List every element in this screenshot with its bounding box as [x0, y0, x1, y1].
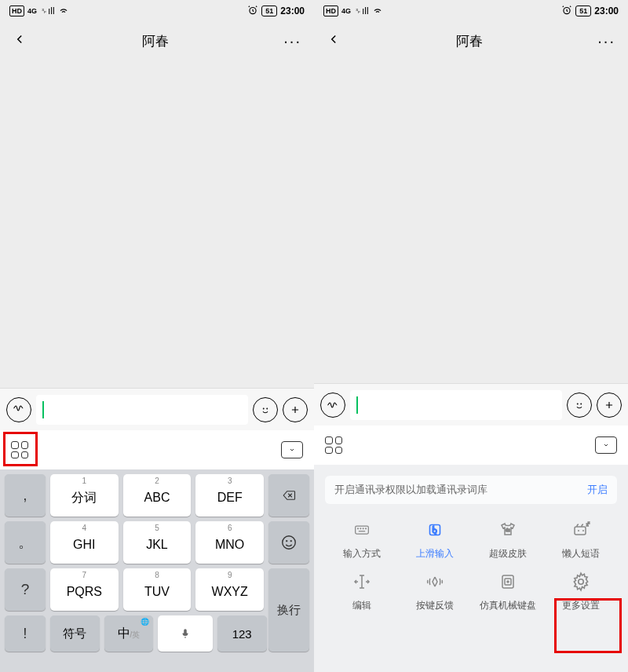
key-6[interactable]: 6MNO — [195, 521, 264, 564]
input-bar — [0, 388, 314, 430]
collapse-keyboard-button[interactable] — [595, 436, 617, 454]
key-5[interactable]: 5JKL — [123, 521, 192, 564]
keyboard-icon — [350, 518, 374, 542]
message-input[interactable] — [36, 395, 248, 425]
svg-rect-10 — [355, 526, 368, 534]
panel-feedback[interactable]: 按键反馈 — [398, 570, 471, 612]
message-input[interactable] — [350, 390, 562, 420]
punct-1[interactable]: 。 — [5, 521, 46, 564]
panel-more-settings[interactable]: 更多设置 — [544, 570, 617, 612]
network-4g: 4G — [341, 7, 351, 15]
symbols-key[interactable]: 符号 — [50, 615, 100, 652]
key-2[interactable]: 2ABC — [123, 474, 192, 517]
panel-lazy-phrase[interactable]: zz 懒人短语 — [544, 518, 617, 561]
svg-point-13 — [363, 528, 363, 529]
swipe-icon: 1Q — [423, 518, 447, 542]
wifi-icon — [372, 5, 383, 18]
svg-text:z: z — [588, 520, 590, 524]
vibration-icon — [423, 570, 447, 593]
back-button[interactable] — [327, 30, 341, 52]
more-button[interactable]: ··· — [283, 32, 301, 50]
notice-text: 开启通讯录权限以加载通讯录词库 — [334, 483, 587, 497]
alarm-icon — [561, 5, 572, 18]
status-bar: HD 4G ␠ıll 51 23:00 — [314, 0, 628, 22]
input-bar — [314, 383, 628, 425]
apps-icon[interactable] — [325, 436, 342, 454]
svg-point-14 — [365, 528, 366, 529]
back-button[interactable] — [13, 30, 27, 52]
alarm-icon — [247, 5, 258, 18]
attach-button[interactable] — [597, 393, 622, 418]
svg-point-11 — [357, 528, 358, 529]
key-4[interactable]: 4GHI — [50, 521, 119, 564]
key-3[interactable]: 3DEF — [195, 474, 264, 517]
more-button[interactable]: ··· — [597, 32, 615, 50]
voice-icon — [12, 401, 26, 418]
panel-skin[interactable]: du 超级皮肤 — [471, 518, 544, 561]
emoji-button[interactable] — [567, 393, 592, 418]
svg-point-8 — [577, 404, 578, 404]
attach-button[interactable] — [283, 397, 308, 422]
svg-point-5 — [290, 541, 291, 542]
svg-point-3 — [283, 536, 296, 550]
panel-mech-keyboard[interactable]: 仿真机械键盘 — [471, 570, 544, 612]
emoji-button[interactable] — [253, 397, 278, 422]
voice-button[interactable] — [6, 397, 31, 422]
svg-text:Q: Q — [432, 528, 436, 535]
language-key[interactable]: 🌐中/英 — [104, 615, 154, 652]
panel-edit[interactable]: 编辑 — [325, 570, 398, 612]
svg-point-24 — [507, 581, 509, 583]
numbers-key[interactable]: 123 — [217, 615, 267, 652]
mic-key[interactable] — [158, 615, 213, 652]
key-8[interactable]: 8TUV — [123, 568, 192, 611]
svg-point-2 — [267, 408, 268, 409]
sleep-icon: zz — [569, 518, 593, 542]
apps-icon[interactable] — [11, 441, 28, 458]
voice-button[interactable] — [320, 393, 345, 418]
newline-key[interactable]: 换行 — [268, 568, 309, 652]
collapse-keyboard-button[interactable] — [281, 441, 303, 458]
svg-point-25 — [578, 579, 583, 585]
punct-0[interactable]: , — [5, 474, 46, 517]
wifi-icon — [58, 5, 69, 18]
chat-title: 阿春 — [456, 32, 483, 50]
signal-icon: ␠ıll — [354, 5, 369, 16]
backspace-key[interactable] — [268, 474, 309, 517]
keycap-icon — [496, 570, 520, 593]
svg-point-9 — [581, 404, 582, 404]
signal-icon: ␠ıll — [40, 5, 55, 16]
svg-point-12 — [360, 528, 360, 529]
key-7[interactable]: 7PQRS — [50, 568, 119, 611]
phone-left: HD 4G ␠ıll 51 23:00 阿春 ··· — [0, 0, 314, 672]
edit-cursor-icon — [350, 570, 374, 593]
chat-header: 阿春 ··· — [0, 22, 314, 60]
chat-title: 阿春 — [142, 32, 169, 50]
keyboard-settings-panel: 开启通讯录权限以加载通讯录词库 开启 输入方式 1Q 上滑输入 — [314, 465, 628, 672]
punct-2[interactable]: ? — [5, 568, 46, 611]
battery-icon: 51 — [261, 5, 277, 16]
panel-swipe-input[interactable]: 1Q 上滑输入 — [398, 518, 471, 561]
chat-header: 阿春 ··· — [314, 22, 628, 60]
status-bar: HD 4G ␠ıll 51 23:00 — [0, 0, 314, 22]
status-time: 23:00 — [594, 5, 619, 16]
chat-messages[interactable] — [0, 60, 314, 388]
svg-point-4 — [287, 541, 287, 542]
notice-enable-button[interactable]: 开启 — [587, 483, 608, 497]
panel-input-method[interactable]: 输入方式 — [325, 518, 398, 561]
key-1[interactable]: 1分词 — [50, 474, 119, 517]
chat-messages[interactable] — [314, 60, 628, 383]
keyboard-toolbar — [0, 430, 314, 469]
t9-keyboard: ,。?!1分词2ABC3DEF4GHI5JKL6MNO7PQRS8TUV9WXY… — [0, 469, 314, 672]
keyboard-toolbar — [314, 425, 628, 465]
network-4g: 4G — [27, 7, 37, 15]
hd-badge: HD — [323, 5, 338, 16]
tshirt-icon: du — [496, 518, 520, 542]
phone-right: HD 4G ␠ıll 51 23:00 阿春 ··· — [314, 0, 628, 672]
gear-icon — [569, 570, 593, 593]
battery-icon: 51 — [575, 5, 591, 16]
permission-notice[interactable]: 开启通讯录权限以加载通讯录词库 开启 — [325, 476, 617, 504]
punct-3[interactable]: ! — [5, 615, 46, 652]
emoji-key[interactable] — [268, 521, 309, 564]
key-9[interactable]: 9WXYZ — [195, 568, 264, 611]
svg-text:du: du — [506, 528, 510, 532]
